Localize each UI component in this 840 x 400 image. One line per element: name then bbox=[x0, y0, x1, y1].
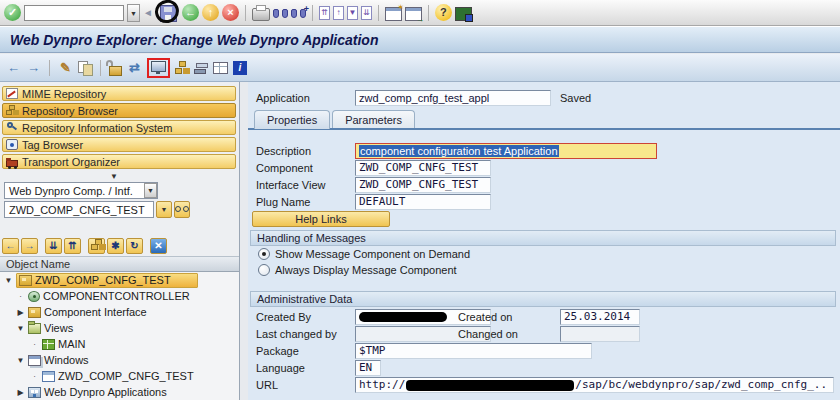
tag-browser-icon bbox=[6, 139, 18, 150]
sidebar-item-label: Repository Browser bbox=[22, 105, 118, 117]
find-next-icon[interactable]: + bbox=[291, 8, 306, 20]
tree-row-views[interactable]: ▼ Views bbox=[0, 320, 239, 336]
tree-row-web-dynpro-applications[interactable]: ▶ Web Dynpro Applications bbox=[0, 384, 239, 400]
category-select-value: Web Dynpro Comp. / Intf. bbox=[9, 185, 133, 197]
radio-show-on-demand[interactable]: Show Message Component on Demand bbox=[258, 248, 470, 260]
tree-row-main-view[interactable]: · MAIN bbox=[0, 336, 239, 352]
leaf-dot-icon: · bbox=[30, 372, 39, 381]
customize-layout-icon[interactable] bbox=[455, 7, 472, 21]
radio-icon[interactable] bbox=[258, 264, 270, 276]
collapse-tray-icon[interactable]: ▼ bbox=[110, 172, 118, 181]
back-icon[interactable]: ← bbox=[182, 4, 199, 21]
sidebar-item-repository-browser[interactable]: Repository Browser bbox=[2, 103, 236, 118]
tree-back-icon[interactable]: ← bbox=[2, 238, 19, 254]
language-field[interactable]: EN bbox=[355, 360, 381, 376]
refresh-icon[interactable]: ↻ bbox=[126, 238, 143, 254]
close-browser-icon[interactable]: ✕ bbox=[150, 238, 167, 254]
repository-info-system-icon bbox=[6, 122, 18, 133]
copy-icon[interactable] bbox=[78, 61, 92, 74]
collapse-all-icon[interactable]: ⇈ bbox=[64, 238, 81, 254]
expander-icon[interactable]: ▶ bbox=[16, 388, 25, 397]
expander-icon[interactable]: ▶ bbox=[16, 308, 25, 317]
expander-icon[interactable]: ▼ bbox=[4, 276, 13, 285]
status-text: Saved bbox=[560, 92, 591, 104]
sidebar-item-transport-organizer[interactable]: Transport Organizer bbox=[2, 154, 236, 169]
collapse-icon[interactable]: ◄ bbox=[143, 7, 153, 18]
help-icon[interactable]: ? bbox=[435, 4, 452, 21]
first-page-icon[interactable]: ⇈ bbox=[319, 6, 330, 20]
sidebar-item-tag-browser[interactable]: Tag Browser bbox=[2, 137, 236, 152]
print-icon[interactable] bbox=[252, 8, 270, 21]
tree-label: Views bbox=[44, 322, 73, 334]
expand-all-icon[interactable]: ⇊ bbox=[45, 238, 62, 254]
mime-repository-icon bbox=[6, 88, 18, 99]
previous-page-icon[interactable]: ↑ bbox=[333, 6, 344, 20]
favorites-icon[interactable]: ✱ bbox=[107, 238, 124, 254]
windows-folder-icon bbox=[28, 355, 41, 366]
display-object-button[interactable] bbox=[174, 201, 190, 218]
component-field[interactable]: ZWD_COMP_CNFG_TEST bbox=[355, 160, 491, 176]
create-shortcut-icon[interactable]: → bbox=[405, 7, 422, 21]
sidebar-item-label: MIME Repository bbox=[22, 88, 106, 100]
chevron-down-icon[interactable]: ▼ bbox=[144, 183, 157, 198]
tab-properties[interactable]: Properties bbox=[254, 110, 330, 129]
url-field[interactable]: http:// /sap/bc/webdynpro/sap/zwd_comp_c… bbox=[355, 377, 834, 393]
leaf-dot-icon: · bbox=[30, 340, 39, 349]
display-change-icon[interactable]: ✎ bbox=[58, 60, 73, 76]
cancel-icon[interactable]: × bbox=[222, 4, 239, 21]
stack-icon[interactable] bbox=[194, 62, 208, 74]
browser-category-select[interactable]: Web Dynpro Comp. / Intf. ▼ bbox=[4, 182, 158, 199]
back-icon[interactable]: ← bbox=[6, 60, 21, 76]
title-bar: Web Dynpro Explorer: Change Web Dynpro A… bbox=[0, 26, 840, 53]
main-panel: Application zwd_comp_cnfg_test_appl Save… bbox=[248, 82, 840, 400]
help-links-button[interactable]: Help Links bbox=[252, 211, 390, 227]
separator bbox=[100, 60, 101, 76]
tree-hierarchy-icon[interactable] bbox=[88, 238, 105, 254]
interface-view-field[interactable]: ZWD_COMP_CNFG_TEST bbox=[355, 177, 491, 193]
unlock-icon[interactable] bbox=[109, 66, 122, 76]
save-button[interactable] bbox=[156, 1, 179, 24]
url-prefix: http:// bbox=[359, 379, 405, 391]
tree-row-component[interactable]: ▼ ZWD_COMP_CNFG_TEST bbox=[0, 272, 239, 288]
separator bbox=[378, 5, 379, 21]
hierarchy-icon[interactable] bbox=[175, 61, 189, 74]
last-page-icon[interactable]: ⇊ bbox=[361, 6, 372, 20]
tree-label: MAIN bbox=[58, 338, 86, 350]
enter-icon[interactable]: ✓ bbox=[4, 4, 21, 21]
tree-row-windows[interactable]: ▼ Windows bbox=[0, 352, 239, 368]
changed-on-field[interactable] bbox=[560, 326, 640, 342]
separator bbox=[49, 60, 50, 76]
find-icon[interactable] bbox=[273, 8, 288, 20]
command-dropdown-icon[interactable]: ▼ bbox=[127, 4, 140, 22]
tree-row-component-interface[interactable]: ▶ Component Interface bbox=[0, 304, 239, 320]
package-field[interactable]: $TMP bbox=[355, 343, 592, 359]
test-icon[interactable] bbox=[151, 61, 166, 72]
compare-icon[interactable]: ⇄ bbox=[127, 60, 142, 76]
forward-icon[interactable]: → bbox=[26, 60, 41, 76]
sidebar-item-repository-information-system[interactable]: Repository Information System bbox=[2, 120, 236, 135]
expander-icon[interactable]: ▼ bbox=[16, 356, 25, 365]
redaction-mark bbox=[406, 380, 574, 391]
expander-icon[interactable]: ▼ bbox=[16, 324, 25, 333]
sidebar-item-mime-repository[interactable]: MIME Repository bbox=[2, 86, 236, 101]
command-field[interactable] bbox=[24, 5, 124, 21]
radio-always-display[interactable]: Always Display Message Component bbox=[258, 264, 457, 276]
layout-icon[interactable] bbox=[213, 62, 228, 74]
package-label: Package bbox=[256, 345, 299, 357]
description-field[interactable]: component configuration test Application bbox=[355, 143, 657, 159]
radio-icon[interactable] bbox=[258, 248, 270, 260]
created-on-field[interactable]: 25.03.2014 bbox=[560, 309, 640, 325]
sidebar-item-label: Transport Organizer bbox=[22, 156, 120, 168]
tab-parameters[interactable]: Parameters bbox=[332, 110, 415, 129]
exit-icon[interactable]: ↑ bbox=[202, 4, 219, 21]
info-icon[interactable]: i bbox=[233, 61, 247, 75]
tree-row-window[interactable]: · ZWD_COMP_CNFG_TEST bbox=[0, 368, 239, 384]
tree-row-componentcontroller[interactable]: · COMPONENTCONTROLLER bbox=[0, 288, 239, 304]
application-field[interactable]: zwd_comp_cnfg_test_appl bbox=[355, 90, 551, 106]
new-session-icon[interactable]: ✶ bbox=[385, 7, 402, 21]
tree-forward-icon[interactable]: → bbox=[21, 238, 38, 254]
object-dropdown-icon[interactable]: ▼ bbox=[156, 201, 172, 218]
next-page-icon[interactable]: ▼ bbox=[347, 6, 358, 20]
plug-name-field[interactable]: DEFAULT bbox=[355, 194, 491, 210]
object-name-input[interactable]: ZWD_COMP_CNFG_TEST bbox=[4, 201, 154, 218]
